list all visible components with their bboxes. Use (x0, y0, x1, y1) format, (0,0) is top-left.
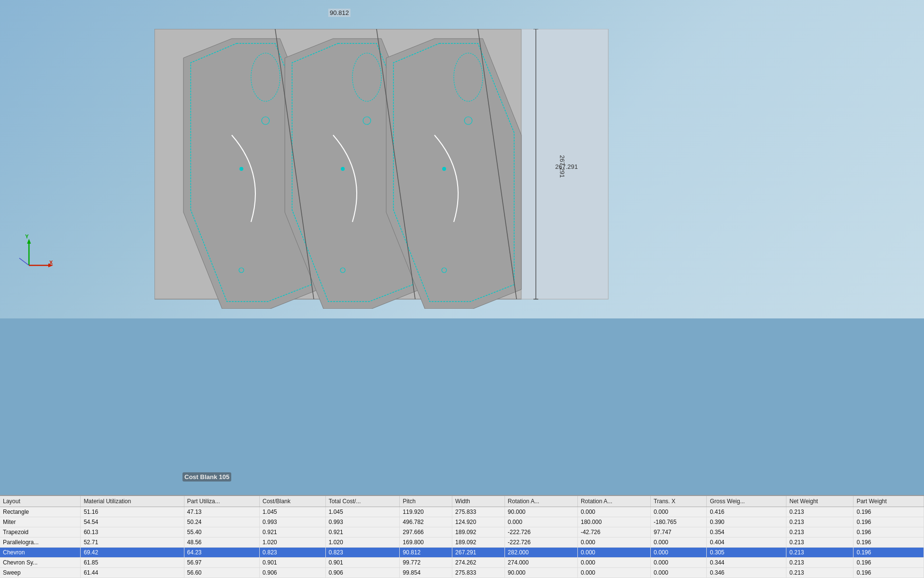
row-cell: -222.726 (504, 537, 577, 548)
row-cell: 55.40 (184, 527, 259, 537)
row-cell: 99.854 (400, 568, 452, 578)
row-cell: 0.901 (259, 558, 325, 568)
row-layout-name: Parallelogra... (0, 537, 81, 548)
table-row[interactable]: Miter54.5450.240.9930.993496.782124.9200… (0, 517, 924, 527)
table-row[interactable]: Rectangle51.1647.131.0451.045119.920275.… (0, 507, 924, 517)
row-cell: 64.23 (184, 548, 259, 558)
row-cell: 274.262 (452, 558, 505, 568)
svg-point-22 (442, 167, 446, 171)
svg-point-21 (341, 167, 345, 171)
row-cell: 0.000 (651, 568, 707, 578)
row-cell: 0.213 (786, 548, 854, 558)
row-cell: 90.000 (504, 507, 577, 517)
row-cell: 124.920 (452, 517, 505, 527)
row-layout-name: Trapezoid (0, 527, 81, 537)
row-cell: 189.092 (452, 527, 505, 537)
row-cell: 0.000 (504, 517, 577, 527)
row-layout-name: Chevron (0, 548, 81, 558)
col-rot-a2: Rotation A... (577, 496, 650, 507)
row-cell: -222.726 (504, 527, 577, 537)
row-cell: 119.920 (400, 507, 452, 517)
row-cell: 0.906 (325, 568, 400, 578)
svg-text:Y: Y (25, 234, 29, 239)
table-row[interactable]: Sweep61.4456.600.9060.90699.854275.83390… (0, 568, 924, 578)
row-cell: 52.71 (81, 537, 184, 548)
row-cell: 0.196 (854, 527, 924, 537)
table-header-row: Layout Material Utilization Part Utiliza… (0, 496, 924, 507)
col-rot-a1: Rotation A... (504, 496, 577, 507)
svg-line-38 (19, 258, 29, 265)
row-cell: 0.000 (577, 537, 650, 548)
row-cell: 47.13 (184, 507, 259, 517)
table-row[interactable]: Parallelogra...52.7148.561.0201.020169.8… (0, 537, 924, 548)
row-cell: 0.213 (786, 568, 854, 578)
row-cell: 180.000 (577, 517, 650, 527)
row-cell: 0.000 (651, 537, 707, 548)
row-cell: 0.196 (854, 568, 924, 578)
row-cell: 1.020 (325, 537, 400, 548)
row-cell: 0.390 (707, 517, 786, 527)
row-cell: 0.346 (707, 568, 786, 578)
table-row[interactable]: Trapezoid60.1355.400.9210.921297.666189.… (0, 527, 924, 537)
row-cell: -180.765 (651, 517, 707, 527)
col-part-util: Part Utiliza... (184, 496, 259, 507)
col-width: Width (452, 496, 505, 507)
row-cell: 54.54 (81, 517, 184, 527)
row-cell: 275.833 (452, 568, 505, 578)
row-cell: 1.020 (259, 537, 325, 548)
row-cell: 0.416 (707, 507, 786, 517)
row-cell: 0.901 (325, 558, 400, 568)
table-body: Rectangle51.1647.131.0451.045119.920275.… (0, 507, 924, 578)
svg-text:X: X (49, 260, 53, 265)
row-cell: 0.404 (707, 537, 786, 548)
row-cell: 0.213 (786, 507, 854, 517)
col-layout: Layout (0, 496, 81, 507)
col-total-cost: Total Cost/... (325, 496, 400, 507)
col-mat-util: Material Utilization (81, 496, 184, 507)
row-cell: 0.993 (259, 517, 325, 527)
row-cell: 69.42 (81, 548, 184, 558)
col-trans-x: Trans. X (651, 496, 707, 507)
row-cell: 0.354 (707, 527, 786, 537)
row-cell: 1.045 (325, 507, 400, 517)
row-cell: 90.000 (504, 568, 577, 578)
row-cell: 274.000 (504, 558, 577, 568)
row-cell: 56.60 (184, 568, 259, 578)
row-cell: 1.045 (259, 507, 325, 517)
row-cell: 56.97 (184, 558, 259, 568)
svg-marker-33 (27, 239, 31, 244)
row-cell: 50.24 (184, 517, 259, 527)
row-layout-name: Sweep (0, 568, 81, 578)
row-layout-name: Chevron Sy... (0, 558, 81, 568)
viewport: 90.812 267.291 267.291 Y X 90.812 (0, 0, 924, 318)
sheet-metal-view: 90.812 267.291 267.291 (154, 29, 618, 309)
row-cell: 0.344 (707, 558, 786, 568)
row-cell: 99.772 (400, 558, 452, 568)
row-cell: 61.85 (81, 558, 184, 568)
data-table-area: Layout Material Utilization Part Utiliza… (0, 495, 924, 578)
col-pitch: Pitch (400, 496, 452, 507)
svg-point-20 (239, 167, 243, 171)
row-cell: 0.000 (577, 507, 650, 517)
col-net-wt: Net Weight (786, 496, 854, 507)
row-cell: 0.000 (651, 507, 707, 517)
svg-text:267.291: 267.291 (555, 163, 578, 170)
row-cell: 61.44 (81, 568, 184, 578)
row-cell: 189.092 (452, 537, 505, 548)
col-part-wt: Part Weight (854, 496, 924, 507)
row-cell: 51.16 (81, 507, 184, 517)
row-cell: 267.291 (452, 548, 505, 558)
row-cell: 297.666 (400, 527, 452, 537)
dimension-top-value: 90.812 (328, 9, 350, 17)
row-cell: 0.921 (325, 527, 400, 537)
row-cell: 0.000 (577, 568, 650, 578)
row-cell: 0.213 (786, 558, 854, 568)
table-row[interactable]: Chevron69.4264.230.8230.82390.812267.291… (0, 548, 924, 558)
row-cell: 169.800 (400, 537, 452, 548)
row-cell: 0.921 (259, 527, 325, 537)
row-cell: 0.213 (786, 517, 854, 527)
row-cell: 0.000 (577, 558, 650, 568)
table-row[interactable]: Chevron Sy...61.8556.970.9010.90199.7722… (0, 558, 924, 568)
row-cell: 0.196 (854, 537, 924, 548)
row-layout-name: Rectangle (0, 507, 81, 517)
